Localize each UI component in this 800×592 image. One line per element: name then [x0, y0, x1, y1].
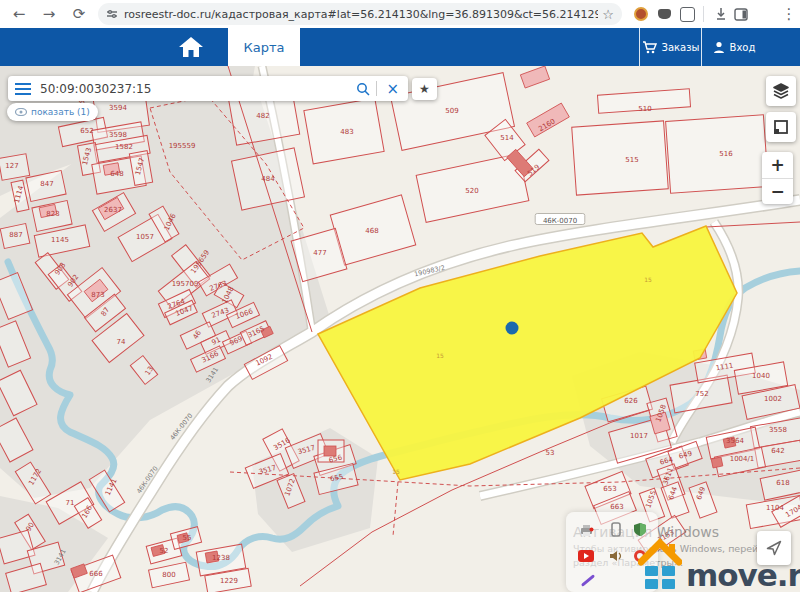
shield-icon[interactable]: [632, 521, 648, 537]
zoom-control: + −: [762, 152, 793, 204]
svg-text:15: 15: [436, 352, 444, 359]
login-button[interactable]: Вход: [702, 28, 766, 66]
svg-text:2637: 2637: [104, 206, 122, 214]
search-divider: [376, 81, 377, 96]
svg-text:652: 652: [80, 127, 93, 135]
svg-text:1040: 1040: [752, 372, 770, 380]
svg-text:127: 127: [5, 162, 18, 170]
orders-button[interactable]: Заказы: [640, 28, 701, 66]
toolbar-divider: [703, 6, 704, 22]
user-icon: [713, 41, 725, 54]
browser-toolbar: ← → ⟳ rosreestr-doc.ru/кадастровая_карта…: [0, 0, 800, 28]
layers-icon: [772, 82, 790, 100]
svg-text:1017: 1017: [630, 432, 648, 440]
svg-text:666: 666: [89, 570, 103, 578]
svg-text:1238: 1238: [212, 554, 230, 562]
svg-text:46К-0070: 46К-0070: [543, 217, 577, 225]
svg-text:1229: 1229: [220, 577, 238, 585]
extension-icon[interactable]: [658, 9, 671, 19]
svg-text:1582: 1582: [115, 143, 133, 151]
svg-text:1104: 1104: [766, 504, 784, 512]
printer-icon[interactable]: [578, 522, 594, 538]
svg-text:3594: 3594: [109, 104, 127, 112]
svg-text:509: 509: [445, 107, 458, 115]
svg-text:823: 823: [46, 210, 59, 218]
svg-text:1145: 1145: [51, 236, 69, 244]
menu-icon[interactable]: [8, 83, 38, 95]
pen-icon[interactable]: [580, 572, 596, 588]
search-icon[interactable]: [356, 82, 370, 96]
zoom-in-button[interactable]: +: [762, 152, 793, 178]
parcel-marker[interactable]: [506, 322, 519, 335]
svg-text:74: 74: [117, 338, 126, 346]
svg-text:514: 514: [500, 134, 514, 142]
svg-text:887: 887: [9, 231, 22, 239]
svg-text:55: 55: [183, 534, 192, 542]
show-results-button[interactable]: показать (1): [7, 103, 98, 121]
search-input[interactable]: [38, 81, 356, 97]
svg-text:510: 510: [638, 105, 651, 113]
map-canvas[interactable]: 1515153594456523598158215436481547195559…: [0, 66, 800, 592]
svg-text:483: 483: [340, 128, 353, 136]
browser-menu-icon[interactable]: ⋮: [778, 3, 800, 25]
svg-text:1057: 1057: [136, 233, 154, 241]
svg-text:15: 15: [644, 276, 652, 283]
svg-text:195709: 195709: [172, 280, 199, 288]
svg-text:653: 653: [603, 485, 616, 493]
svg-text:626: 626: [624, 397, 638, 405]
svg-text:15: 15: [392, 468, 400, 475]
svg-text:1002: 1002: [764, 395, 782, 403]
svg-text:1004/1: 1004/1: [730, 455, 755, 463]
extension-icon[interactable]: [634, 7, 648, 21]
svg-text:3558: 3558: [769, 426, 787, 434]
svg-text:484: 484: [261, 175, 275, 183]
home-button[interactable]: [158, 28, 224, 66]
layers-button[interactable]: [766, 76, 796, 106]
moveru-text: move.ru: [686, 561, 800, 590]
svg-text:515: 515: [625, 156, 638, 164]
zoom-out-button[interactable]: −: [762, 179, 793, 205]
site-settings-icon[interactable]: [106, 8, 118, 20]
svg-text:642: 642: [771, 447, 784, 455]
svg-text:648: 648: [110, 170, 123, 178]
svg-text:52: 52: [160, 547, 169, 555]
reload-icon[interactable]: ⟳: [68, 3, 90, 25]
svg-text:663: 663: [610, 503, 623, 511]
home-icon: [178, 36, 204, 58]
extent-square-icon: [773, 119, 789, 135]
svg-text:3564: 3564: [726, 437, 744, 445]
draw-extent-button[interactable]: [766, 112, 796, 142]
cart-icon: [642, 41, 657, 54]
side-panel-icon[interactable]: [730, 3, 752, 25]
download-icon[interactable]: [710, 3, 732, 25]
cadastral-search-bar[interactable]: ×: [8, 76, 408, 101]
svg-text:520: 520: [465, 187, 478, 195]
eye-icon: [15, 108, 27, 116]
profile-avatar[interactable]: A: [753, 4, 772, 23]
tab-map[interactable]: Карта: [228, 28, 300, 66]
phone-icon[interactable]: [608, 521, 624, 537]
svg-text:847: 847: [40, 180, 53, 188]
moveru-logo: move.ru: [638, 538, 800, 590]
svg-text:516: 516: [719, 150, 733, 158]
bookmark-star-icon[interactable]: ☆: [602, 7, 614, 22]
url-text[interactable]: rosreestr-doc.ru/кадастровая_карта#lat=5…: [124, 8, 598, 21]
forward-icon[interactable]: →: [38, 3, 60, 25]
map[interactable]: 1515153594456523598158215436481547195559…: [0, 66, 800, 592]
moveru-house-icon: [638, 538, 682, 590]
favorites-button[interactable]: ★: [412, 78, 437, 100]
address-bar[interactable]: rosreestr-doc.ru/кадастровая_карта#lat=5…: [98, 3, 622, 25]
extensions-puzzle-icon[interactable]: [680, 7, 695, 22]
svg-text:71: 71: [66, 499, 75, 507]
clear-search-icon[interactable]: ×: [383, 80, 408, 98]
svg-text:477: 477: [313, 249, 326, 257]
svg-text:873: 873: [91, 291, 104, 299]
speaker-icon[interactable]: [608, 548, 624, 564]
svg-text:468: 468: [365, 227, 378, 235]
back-icon[interactable]: ←: [8, 3, 30, 25]
svg-text:195559: 195559: [169, 142, 196, 150]
favorite-star-icon: ★: [419, 82, 430, 96]
svg-text:3598: 3598: [109, 131, 127, 139]
svg-text:800: 800: [162, 571, 175, 579]
video-icon[interactable]: [578, 548, 594, 564]
